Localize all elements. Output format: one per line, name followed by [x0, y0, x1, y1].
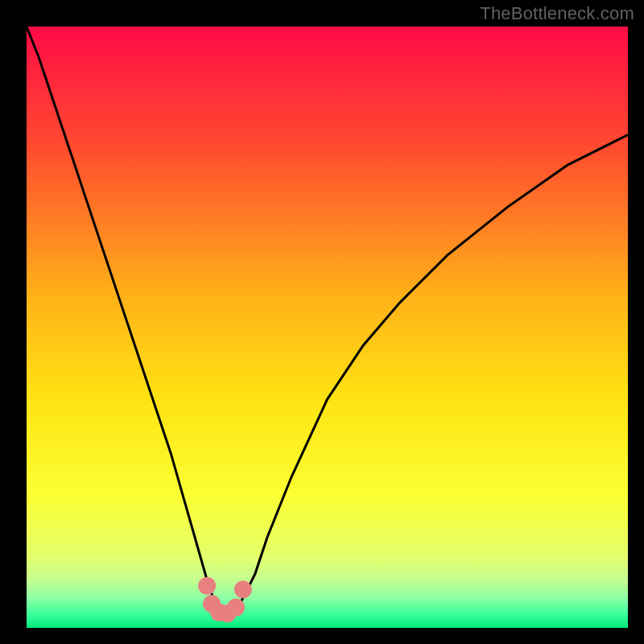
chart-svg: [0, 0, 644, 644]
marker-dot: [227, 599, 245, 617]
chart-frame: TheBottleneck.com: [0, 0, 644, 644]
marker-dot: [198, 577, 216, 595]
marker-dot: [234, 580, 252, 598]
plot-background: [27, 27, 628, 628]
